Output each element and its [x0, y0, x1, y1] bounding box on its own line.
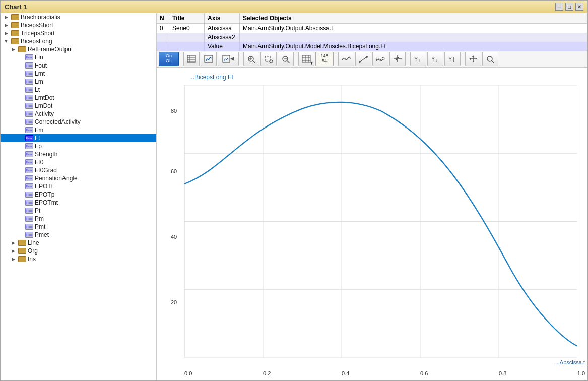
pan-button[interactable]: [465, 52, 481, 66]
tree-item-label: Fp: [35, 143, 42, 150]
expand-icon[interactable]: ▶: [3, 22, 10, 29]
chart-button[interactable]: [201, 52, 217, 66]
zoom-in-x-button[interactable]: Y↑: [410, 52, 426, 66]
zoom-in-y-button[interactable]: Y: [444, 52, 461, 66]
expand-icon[interactable]: ▶: [10, 46, 17, 53]
zoom-out-x-button[interactable]: Y↓: [427, 52, 443, 66]
tree-item-label: Ft0: [35, 159, 43, 166]
tree-item-line[interactable]: ▶ Line: [1, 239, 156, 247]
series-row-2[interactable]: Value Main.ArmStudy.Output.Model.Muscles…: [157, 42, 587, 51]
tree-item-label: EPOTp: [35, 191, 54, 198]
tree-item-activity[interactable]: Float Activity: [1, 110, 156, 118]
table-button[interactable]: [183, 52, 200, 66]
toolbar-separator-2: [241, 53, 241, 65]
tree-item-refframeoutput[interactable]: ▶ RefFrameOutput: [1, 45, 156, 53]
tree-item-fin[interactable]: Float Fin: [1, 53, 156, 61]
main-content: ▶ Brachioradialis ▶ BicepsShort ▶ Tricep…: [1, 13, 587, 380]
series-table-header: N Title Axis Selected Objects: [157, 13, 587, 24]
tree-item-ins[interactable]: ▶ Ins: [1, 255, 156, 263]
tree-item-strength[interactable]: Float Strength: [1, 150, 156, 158]
tree-item-ft0grad[interactable]: Float Ft0Grad: [1, 166, 156, 174]
folder-icon: [18, 256, 26, 262]
find-button[interactable]: [482, 52, 498, 66]
tree-item-pt[interactable]: Float Pt: [1, 207, 156, 215]
tree-item-ft0[interactable]: Float Ft0: [1, 158, 156, 166]
tree-item-ft[interactable]: Float Ft: [1, 134, 156, 142]
on-off-button[interactable]: On Off: [159, 52, 179, 66]
tree-item-bicepsshort[interactable]: ▶ BicepsShort: [1, 21, 156, 29]
cross-button[interactable]: [389, 52, 406, 66]
tree-item-label: Lt: [35, 86, 40, 93]
series-cell-n: [157, 33, 169, 42]
tree-item-lm[interactable]: Float Lm: [1, 78, 156, 86]
spacer: [17, 143, 24, 150]
spacer: [17, 78, 24, 85]
tree-item-lmdot[interactable]: Float LmDot: [1, 102, 156, 110]
tree-item-label: RefFrameOutput: [28, 46, 73, 53]
tree-item-tricepsshort[interactable]: ▶ TricepsShort: [1, 29, 156, 37]
close-button[interactable]: ✕: [575, 3, 583, 11]
tree-item-label: Fm: [35, 126, 43, 134]
tree-item-label: TricepsShort: [21, 30, 55, 37]
expand-icon[interactable]: ▼: [3, 38, 10, 45]
grid-button[interactable]: ▼: [298, 52, 314, 66]
window-controls: ─ □ ✕: [555, 3, 583, 11]
tree-item-lmt[interactable]: Float Lmt: [1, 70, 156, 78]
main-window: Chart 1 ─ □ ✕ ▶ Brachioradialis ▶ Biceps…: [0, 0, 588, 381]
reset-zoom-button[interactable]: [278, 52, 294, 66]
tree-item-fp[interactable]: Float Fp: [1, 142, 156, 150]
export-button[interactable]: [218, 52, 239, 66]
chart-area: ...BicepsLong.Ft 80 60 40 20: [157, 68, 587, 380]
zoom-select-button[interactable]: [260, 52, 277, 66]
tree-item-fout[interactable]: Float Fout: [1, 61, 156, 70]
expand-icon[interactable]: ▶: [10, 247, 17, 255]
toolbar-separator-3: [296, 53, 296, 65]
svg-line-39: [492, 61, 494, 63]
tree-item-pmt[interactable]: Float Pmt: [1, 223, 156, 231]
svg-point-24: [366, 56, 368, 58]
expand-icon[interactable]: ▶: [3, 30, 10, 37]
tree-item-label: Pmt: [35, 223, 45, 230]
svg-text:Y: Y: [431, 56, 435, 62]
series-cell-title: [169, 42, 205, 51]
minimize-button[interactable]: ─: [555, 3, 563, 11]
expand-icon[interactable]: ▶: [3, 14, 10, 21]
tree-item-label: EPOTt: [35, 183, 53, 190]
svg-rect-17: [302, 55, 310, 62]
tree-item-lmtdot[interactable]: Float LmtDot: [1, 94, 156, 102]
float-icon: Float: [25, 208, 33, 214]
zoom-fit-button[interactable]: [243, 52, 259, 66]
spacer: [17, 135, 24, 142]
tree-item-org[interactable]: ▶ Org: [1, 247, 156, 255]
tree-item-pm[interactable]: Float Pm: [1, 215, 156, 223]
expand-icon[interactable]: ▶: [10, 239, 17, 246]
tree-item-brachioradialis[interactable]: ▶ Brachioradialis: [1, 13, 156, 21]
tree-item-correctedactivity[interactable]: Float CorrectedActivity: [1, 118, 156, 126]
float-icon: Float: [25, 183, 33, 189]
spacer: [17, 62, 24, 69]
envelope-button[interactable]: [372, 52, 388, 66]
wave-button[interactable]: [338, 52, 354, 66]
float-icon: Float: [25, 224, 33, 230]
svg-marker-35: [472, 61, 474, 62]
series-row-1[interactable]: Abscissa2: [157, 33, 587, 42]
counter-display: 148 54: [315, 52, 334, 66]
spacer: [17, 175, 24, 182]
spacer: [17, 54, 24, 61]
series-row-0[interactable]: 0 Serie0 Abscissa Main.ArmStudy.Output.A…: [157, 24, 587, 33]
maximize-button[interactable]: □: [565, 3, 573, 11]
tree-item-epott[interactable]: Float EPOTt: [1, 182, 156, 190]
tree-item-pennationangle[interactable]: Float PennationAngle: [1, 174, 156, 182]
tree-item-label: Ft: [35, 135, 40, 142]
expand-icon[interactable]: ▶: [10, 256, 17, 263]
tree-item-fm[interactable]: Float Fm: [1, 126, 156, 134]
line-button[interactable]: [355, 52, 371, 66]
tree-item-epotp[interactable]: Float EPOTp: [1, 190, 156, 199]
tree-item-pmet[interactable]: Float Pmet: [1, 231, 156, 239]
spacer: [17, 94, 24, 101]
tree-item-bicepslong[interactable]: ▼ BicepsLong: [1, 37, 156, 45]
tree-item-epotmt[interactable]: Float EPOTmt: [1, 199, 156, 207]
tree-item-lt[interactable]: Float Lt: [1, 86, 156, 94]
tree-item-label: Org: [28, 247, 38, 255]
chart-toolbar: On Off: [157, 51, 587, 68]
